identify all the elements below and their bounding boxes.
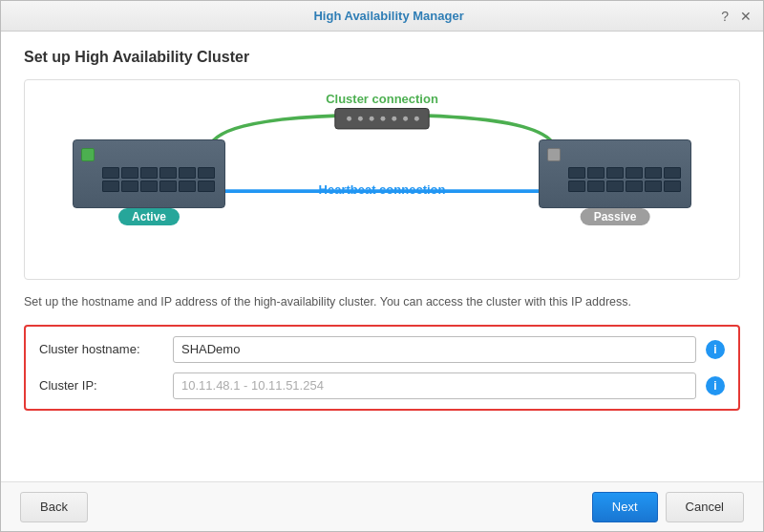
drive-slot: [198, 181, 215, 192]
drive-slot: [179, 181, 196, 192]
page-title: Set up High Availability Cluster: [24, 49, 740, 66]
drive-slot: [587, 181, 605, 192]
server-body-passive: [539, 139, 691, 208]
cancel-button[interactable]: Cancel: [666, 492, 744, 522]
hostname-input[interactable]: [173, 336, 696, 363]
titlebar-controls: ? ✕: [719, 10, 753, 23]
server-passive: Passive: [539, 139, 691, 208]
svg-point-7: [414, 117, 419, 121]
passive-badge: Passive: [581, 208, 650, 225]
drive-slot: [568, 167, 585, 179]
drive-slot: [645, 181, 662, 192]
hostname-info-icon[interactable]: i: [706, 340, 725, 359]
help-button[interactable]: ?: [719, 10, 731, 23]
drive-slot: [664, 181, 681, 192]
svg-point-6: [403, 117, 408, 121]
drive-slot: [102, 167, 119, 179]
server-indicator-passive: [547, 148, 561, 161]
footer: Back Next Cancel: [1, 481, 763, 531]
back-button[interactable]: Back: [20, 492, 88, 522]
drive-slot: [606, 167, 624, 179]
drive-slot: [568, 181, 585, 192]
heartbeat-connection-label: Heartbeat connection: [319, 182, 446, 197]
window-title: High Availability Manager: [58, 9, 719, 23]
server-drives-active: [74, 148, 224, 200]
drive-slot: [121, 181, 138, 192]
drive-slot: [140, 181, 158, 192]
diagram-box: Cluster connection: [24, 79, 740, 280]
server-indicator-active: [81, 148, 95, 161]
server-body-active: [73, 139, 225, 208]
drive-slot: [664, 167, 681, 179]
svg-point-3: [370, 117, 374, 121]
drive-slot: [587, 167, 605, 179]
form-section: Cluster hostname: i Cluster IP: i: [24, 325, 740, 411]
server-drives-passive: [540, 148, 690, 200]
titlebar: High Availability Manager ? ✕: [1, 1, 763, 32]
next-button[interactable]: Next: [592, 492, 658, 522]
close-button[interactable]: ✕: [738, 10, 753, 23]
ip-info-icon[interactable]: i: [706, 376, 725, 395]
ip-input[interactable]: [173, 372, 696, 399]
drive-slot: [179, 167, 196, 179]
drive-slot: [159, 181, 177, 192]
ip-row: Cluster IP: i: [39, 372, 725, 399]
active-badge: Active: [118, 208, 180, 225]
svg-point-5: [392, 117, 396, 121]
drive-slot: [198, 167, 215, 179]
drive-slot: [626, 181, 643, 192]
cluster-connection-label: Cluster connection: [326, 92, 438, 106]
drive-slot: [140, 167, 158, 179]
svg-point-1: [347, 117, 351, 121]
ip-label: Cluster IP:: [39, 378, 163, 393]
hostname-label: Cluster hostname:: [39, 342, 163, 356]
drive-slot: [102, 181, 119, 192]
svg-point-2: [358, 117, 363, 121]
main-content: Set up High Availability Cluster: [1, 32, 763, 481]
drive-slot: [121, 167, 138, 179]
drive-slot: [606, 181, 624, 192]
description-text: Set up the hostname and IP address of th…: [24, 293, 740, 311]
hostname-row: Cluster hostname: i: [39, 336, 725, 363]
drive-slot: [645, 167, 662, 179]
drive-slot: [159, 167, 177, 179]
drive-slot: [626, 167, 643, 179]
svg-point-4: [381, 117, 386, 121]
main-window: High Availability Manager ? ✕ Set up Hig…: [0, 0, 764, 532]
server-active: Active: [73, 139, 225, 208]
diagram-inner: Cluster connection: [44, 92, 720, 264]
